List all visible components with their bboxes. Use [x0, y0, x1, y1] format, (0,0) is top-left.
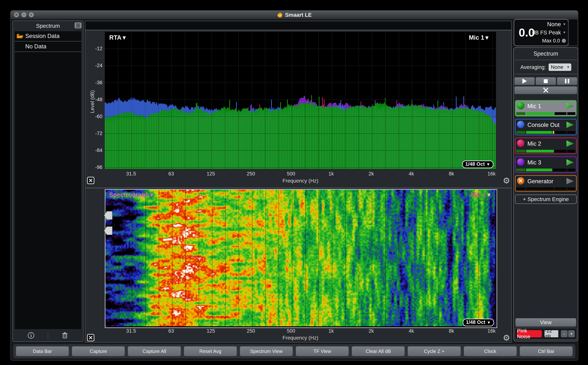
channel-play-button[interactable]: [567, 103, 574, 109]
channel-color-ball: [517, 121, 524, 128]
spectrograph-x-tick-label: 4k: [402, 328, 420, 334]
spectrograph-source-dropdown[interactable]: Mic 1▼: [471, 191, 492, 198]
spectrograph-x-tick-label: 31.5: [122, 328, 140, 334]
generator-level-decrease-button[interactable]: -: [561, 330, 568, 337]
generator-bar: Pink Noise -12 dB - +: [515, 328, 577, 340]
toolbar-button-spectrum-view[interactable]: Spectrum View: [240, 346, 293, 356]
rta-x-tick-label: 63: [162, 171, 181, 177]
trash-icon[interactable]: [61, 331, 69, 339]
sidebar-item-no-data[interactable]: No Data: [14, 42, 81, 52]
rta-type-dropdown[interactable]: RTA▼: [109, 34, 127, 41]
rta-y-tick-label: -84: [85, 147, 102, 153]
averaging-label: Averaging:: [520, 64, 546, 70]
toolbar-button-cycle-z[interactable]: Cycle Z +: [407, 346, 461, 356]
folder-icon: [16, 33, 24, 39]
pause-button[interactable]: [557, 77, 577, 85]
channel-color-ball: [517, 177, 524, 184]
spectrum-control-panel: Spectrum Averaging: None ▼ Mic 1Console …: [513, 47, 578, 341]
spectrograph-close-icon[interactable]: [87, 334, 95, 342]
channel-play-button[interactable]: [567, 122, 574, 128]
meter-input-dropdown[interactable]: None▼: [547, 21, 566, 28]
channel-strip-generator[interactable]: Generator: [515, 175, 577, 192]
toolbar-button-clock[interactable]: Clock: [464, 346, 517, 356]
spectrograph-threshold-handle[interactable]: [104, 211, 113, 220]
channel-level-meter: [516, 112, 575, 115]
toolbar-button-ctrl-bar[interactable]: Ctrl Bar: [520, 346, 573, 356]
meter-unit-dropdown[interactable]: dB FS Peak▼: [532, 29, 566, 36]
channel-name: Mic 1: [527, 103, 541, 110]
spectrograph-x-tick-label: 16k: [482, 328, 501, 334]
channel-level-meter: [516, 168, 575, 171]
channel-name: Mic 2: [527, 140, 541, 147]
toolbar-button-clear-all-db[interactable]: Clear All dB: [351, 346, 405, 356]
rta-y-tick-label: -72: [85, 131, 102, 136]
app-logo-icon: LE: [277, 12, 283, 18]
window-title: Smaart LE: [285, 12, 312, 18]
sidebar-item-session-data[interactable]: Session Data: [14, 31, 81, 42]
rta-source-dropdown[interactable]: Mic 1▼: [469, 34, 490, 41]
tools-icon: [543, 87, 549, 93]
rta-canvas[interactable]: [105, 32, 496, 169]
rta-plot[interactable]: RTA▼ Mic 1▼ 1/48 Oct ▼: [105, 32, 496, 169]
toolbar-button-data-bar[interactable]: Data Bar: [16, 346, 69, 356]
rta-x-tick-label: 1k: [322, 171, 340, 177]
spectrograph-canvas[interactable]: [105, 190, 495, 326]
play-icon: [522, 78, 527, 84]
peak-indicator-dot[interactable]: [562, 39, 566, 43]
channel-play-button[interactable]: [567, 159, 574, 166]
engine-settings-button[interactable]: [514, 86, 577, 94]
rta-banding-dropdown[interactable]: 1/48 Oct ▼: [462, 161, 493, 168]
rta-y-tick-label: -96: [85, 164, 102, 170]
spectrograph-threshold-handle[interactable]: [104, 226, 113, 235]
spectrograph-x-tick-label: 500: [282, 328, 300, 334]
channel-level-meter: [516, 131, 575, 134]
sidebar-title: Spectrum: [13, 23, 83, 29]
view-button[interactable]: View: [515, 318, 576, 327]
spectrograph-type-dropdown[interactable]: Spectrograph▼: [109, 191, 155, 198]
add-spectrum-engine-button[interactable]: + Spectrum Engine: [515, 195, 577, 204]
spectrograph-x-tick-label: 1k: [322, 328, 340, 334]
channel-color-ball: [517, 140, 524, 147]
sidebar-item-label: Session Data: [25, 33, 60, 39]
play-button[interactable]: [514, 77, 535, 85]
hamburger-menu-button[interactable]: [74, 22, 81, 28]
channel-strip-mic-1[interactable]: Mic 1: [515, 100, 577, 116]
rta-close-icon[interactable]: [87, 176, 95, 184]
channel-strip-mic-2[interactable]: Mic 2: [515, 138, 577, 154]
channel-strip-console-out[interactable]: Console Out: [515, 119, 577, 135]
meter-max-row: Max 0.0: [542, 37, 566, 44]
channel-strip-mic-3[interactable]: Mic 3: [515, 156, 577, 173]
channel-name: Console Out: [527, 122, 559, 128]
session-data-list: Session DataNo Data: [14, 31, 81, 330]
channel-play-button[interactable]: [567, 140, 574, 147]
channel-play-button[interactable]: [567, 178, 574, 184]
spectrograph-x-tick-label: 125: [202, 328, 220, 334]
spectrograph-x-tick-label: 250: [242, 328, 260, 334]
spectrograph-x-tick-label: 2k: [362, 328, 380, 334]
stop-icon: [544, 79, 548, 83]
toolbar-button-capture-all[interactable]: Capture All: [128, 346, 181, 356]
averaging-dropdown[interactable]: None ▼: [549, 63, 571, 71]
spectrograph-plot[interactable]: Spectrograph▼ Mic 1▼ 1/48 Oct ▼: [105, 189, 497, 328]
data-library-panel: Spectrum Session DataNo Data: [13, 21, 83, 342]
rta-x-tick-label: 250: [242, 171, 260, 177]
generator-level-display[interactable]: -12 dB: [545, 330, 558, 337]
generator-level-increase-button[interactable]: +: [568, 330, 575, 337]
toolbar-button-capture[interactable]: Capture: [72, 346, 125, 356]
stop-button[interactable]: [536, 77, 556, 85]
rta-pane: Level (dB) -12-24-36-48-60-72-84-96 RTA▼…: [85, 30, 512, 188]
spectrograph-x-tick-label: 8k: [442, 328, 461, 334]
spectrograph-settings-gear-icon[interactable]: ⚙: [503, 334, 510, 342]
channel-name: Generator: [527, 178, 554, 185]
title-bar: ✕ − + LE Smaart LE: [11, 11, 578, 20]
rta-x-tick-label: 125: [202, 171, 220, 177]
rta-settings-gear-icon[interactable]: ⚙: [503, 176, 510, 185]
toolbar-button-reset-avg[interactable]: Reset Avg: [184, 346, 237, 356]
spectrograph-x-tick-label: 63: [162, 328, 181, 334]
info-icon[interactable]: [27, 331, 35, 339]
input-meter-box: 0.0 None▼ dB FS Peak▼ Max 0.0: [514, 19, 569, 46]
toolbar-button-tf-view[interactable]: TF View: [296, 346, 349, 356]
pink-noise-button[interactable]: Pink Noise: [517, 330, 542, 337]
spectrograph-banding-dropdown[interactable]: 1/48 Oct ▼: [463, 319, 494, 326]
rta-x-tick-label: 4k: [402, 171, 420, 177]
